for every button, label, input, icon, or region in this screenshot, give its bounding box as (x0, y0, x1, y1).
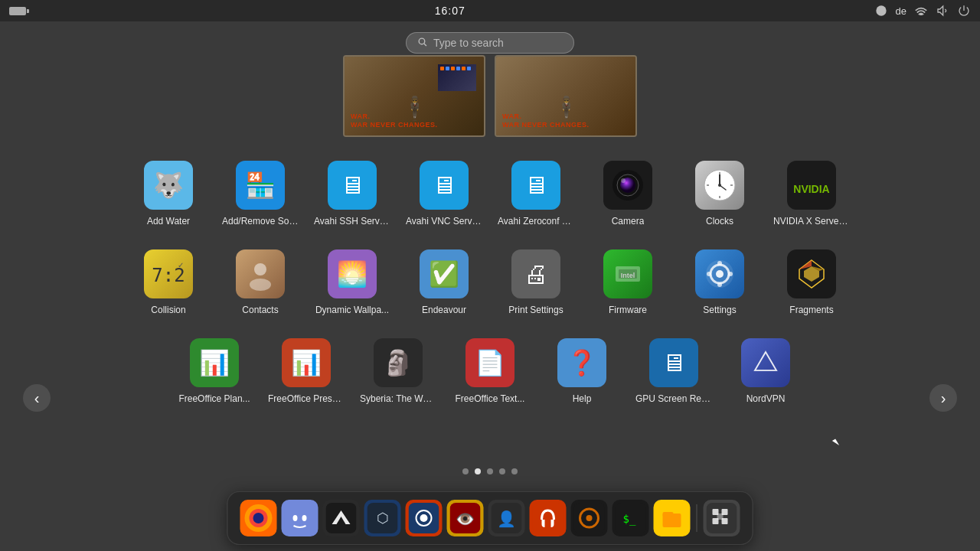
app-label-freeoffice-pres: FreeOffice Prese... (268, 393, 345, 404)
svg-text:⬡: ⬡ (377, 510, 389, 526)
svg-point-57 (586, 515, 593, 521)
app-icon-avahi-ssh: 🖥 (328, 161, 377, 210)
page-dot-1[interactable] (462, 468, 469, 474)
svg-rect-62 (663, 512, 674, 517)
svg-text:👤: 👤 (497, 510, 516, 528)
app-item-dynwall[interactable]: 🌅Dynamic Wallpa... (306, 242, 398, 323)
app-label-freeoffice-plan: FreeOffice Plan... (178, 393, 250, 404)
app-label-avahi-vnc: Avahi VNC Serve... (406, 216, 482, 227)
app-label-add-water: Add Water (147, 216, 190, 227)
app-item-nvidia[interactable]: NVIDIA NVIDIA X Server ... (766, 153, 858, 234)
app-item-nordvpn[interactable]: NordVPN (720, 331, 812, 412)
app-item-freeoffice-pres[interactable]: 📊FreeOffice Prese... (260, 331, 352, 412)
app-label-syberia: Syberia: The Wor... (360, 393, 436, 404)
discord-tray-icon[interactable] (874, 4, 888, 18)
window-thumb-1[interactable]: 🕴 WAR.WAR NEVER CHANGES. (343, 55, 485, 137)
dock-item-app7[interactable]: 👤 (488, 500, 525, 536)
page-dot-3[interactable] (487, 468, 493, 474)
top-bar-left (9, 7, 26, 15)
nav-arrow-right[interactable]: › (929, 384, 957, 412)
cursor (834, 439, 841, 447)
dock-item-app6[interactable]: 👁️ (447, 500, 484, 536)
app-label-nordvpn: NordVPN (746, 393, 786, 404)
app-item-collision[interactable]: 07:22 ✓ Collision (122, 242, 214, 323)
app-icon-avahi-zero: 🖥 (511, 161, 560, 210)
app-item-camera[interactable]: Camera (582, 153, 674, 234)
svg-line-4 (424, 44, 426, 46)
app-icon-clocks (695, 161, 744, 210)
app-item-help[interactable]: ❓Help (536, 331, 628, 412)
nav-arrow-left[interactable]: ‹ (23, 384, 51, 412)
app-item-syberia[interactable]: 🗿Syberia: The Wor... (352, 331, 444, 412)
app-item-avahi-vnc[interactable]: 🖥Avahi VNC Serve... (398, 153, 490, 234)
svg-marker-2 (938, 6, 943, 15)
app-icon-dynwall: 🌅 (328, 249, 377, 298)
app-icon-help: ❓ (557, 338, 606, 387)
dock-item-discord[interactable] (282, 500, 318, 536)
svg-text:✓: ✓ (178, 261, 184, 269)
app-item-freeoffice-plan[interactable]: 📊FreeOffice Plan... (168, 331, 260, 412)
svg-point-8 (621, 178, 626, 183)
dock-item-headphones[interactable] (530, 500, 567, 536)
svg-point-22 (254, 263, 266, 276)
power-icon[interactable] (957, 4, 971, 18)
app-icon-contacts (236, 249, 285, 298)
app-row-2: 07:22 ✓ Collision Contacts🌅Dynamic Wallp… (69, 242, 911, 323)
svg-point-1 (920, 14, 922, 15)
svg-rect-44 (326, 503, 357, 533)
search-bar[interactable] (406, 32, 574, 54)
page-dot-2[interactable] (475, 468, 481, 474)
app-label-contacts: Contacts (242, 305, 278, 315)
app-label-collision: Collision (151, 305, 185, 315)
svg-point-23 (250, 279, 271, 291)
dock-item-firefox[interactable] (240, 500, 277, 536)
dock-item-terminal[interactable]: $_ (612, 500, 649, 536)
app-label-print: Print Settings (508, 305, 563, 315)
app-item-contacts[interactable]: Contacts (214, 242, 306, 323)
svg-rect-41 (285, 503, 315, 533)
app-item-endeavour[interactable]: ✅Endeavour (398, 242, 490, 323)
clock: 16:07 (435, 5, 466, 17)
battery-icon (9, 7, 26, 15)
search-input[interactable] (433, 37, 556, 49)
app-item-add-water[interactable]: 🐺Add Water (122, 153, 214, 234)
dock-item-steam[interactable]: ⬡ (364, 500, 401, 536)
app-label-help: Help (573, 393, 592, 404)
app-item-avahi-ssh[interactable]: 🖥Avahi SSH Server... (306, 153, 398, 234)
svg-point-3 (419, 38, 425, 44)
svg-point-30 (717, 261, 722, 266)
dock-item-apps[interactable] (704, 500, 740, 536)
app-icon-collision: 07:22 ✓ (144, 249, 193, 298)
dock: ⬡👁️👤$_ (227, 491, 753, 545)
app-item-freeoffice-text[interactable]: 📄FreeOffice Text... (444, 331, 536, 412)
svg-text:👁️: 👁️ (456, 510, 475, 528)
window-thumb-2[interactable]: 🕴 WAR.WAR NEVER CHANGES. (495, 55, 637, 137)
app-label-freeoffice-text: FreeOffice Text... (456, 393, 525, 404)
app-item-gpu[interactable]: 🖥GPU Screen Reco... (628, 331, 720, 412)
app-label-clocks: Clocks (706, 216, 733, 227)
app-label-fragments: Fragments (789, 305, 833, 315)
dock-item-app5[interactable] (406, 500, 443, 536)
app-icon-nvidia: NVIDIA (787, 161, 836, 210)
svg-point-43 (302, 515, 307, 521)
app-item-avahi-zero[interactable]: 🖥Avahi Zeroconf B... (490, 153, 582, 234)
app-item-add-remove-soft[interactable]: 🏪Add/Remove Sof... (214, 153, 306, 234)
app-item-fragments[interactable]: Fragments (766, 242, 858, 323)
app-item-print[interactable]: 🖨Print Settings (490, 242, 582, 323)
page-dot-5[interactable] (511, 468, 518, 474)
wifi-icon[interactable] (914, 4, 928, 18)
dock-item-files[interactable] (654, 500, 691, 536)
app-icon-fragments (787, 249, 836, 298)
app-item-firmware[interactable]: Intel Firmware (582, 242, 674, 323)
dock-item-soundux[interactable] (571, 500, 608, 536)
app-grid: 🐺Add Water🏪Add/Remove Sof...🖥Avahi SSH S… (69, 153, 911, 419)
app-item-clocks[interactable]: Clocks (674, 153, 766, 234)
svg-rect-68 (717, 514, 724, 520)
app-icon-avahi-vnc: 🖥 (420, 161, 469, 210)
app-item-settings[interactable]: Settings (674, 242, 766, 323)
dock-divider (697, 504, 697, 532)
dock-item-superhuman[interactable] (323, 500, 360, 536)
app-icon-freeoffice-plan: 📊 (190, 338, 239, 387)
volume-icon[interactable] (936, 4, 949, 18)
page-dot-4[interactable] (499, 468, 505, 474)
